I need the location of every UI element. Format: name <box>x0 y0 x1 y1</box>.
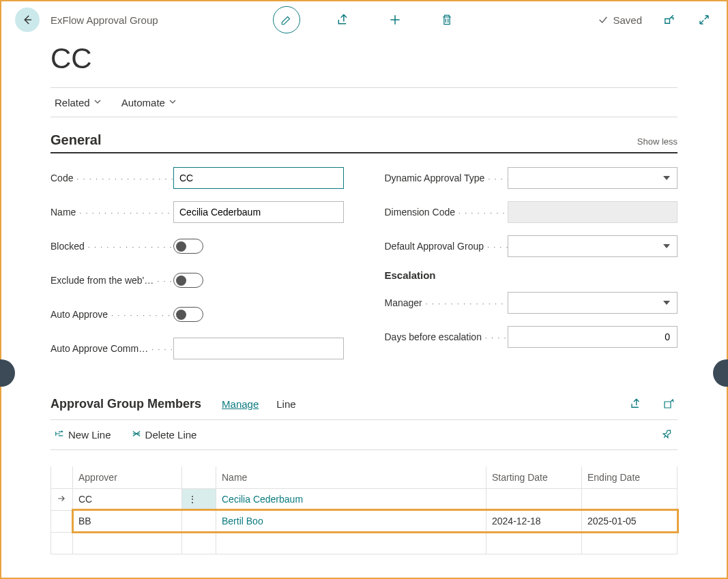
members-table: Approver Name Starting Date Ending Date … <box>50 466 678 554</box>
trash-icon <box>440 13 454 27</box>
members-title: Approval Group Members <box>50 397 201 411</box>
members-popout-button[interactable] <box>660 395 678 413</box>
cell-approver[interactable]: CC <box>73 488 182 510</box>
saved-indicator: Saved <box>598 14 642 26</box>
expand-button[interactable] <box>695 11 713 29</box>
cell-ending-date[interactable]: 2025-01-05 <box>582 510 678 532</box>
col-name[interactable]: Name <box>216 466 486 488</box>
escalation-heading: Escalation <box>385 269 678 281</box>
row-menu[interactable] <box>182 510 216 532</box>
auto-approve-toggle[interactable] <box>173 307 203 322</box>
manager-select[interactable] <box>508 292 678 314</box>
col-dots <box>182 466 216 488</box>
new-line-icon <box>55 429 64 441</box>
popout-icon <box>663 398 675 410</box>
share-icon <box>336 13 350 27</box>
label-auto-approve: Auto Approve <box>50 309 173 320</box>
arrow-right-icon <box>57 494 66 503</box>
code-input[interactable] <box>173 167 344 189</box>
tab-line[interactable]: Line <box>276 398 295 410</box>
label-days-before-escalation: Days before escalation <box>385 331 508 342</box>
label-manager: Manager <box>385 297 508 308</box>
delete-line-button[interactable]: Delete Line <box>132 429 197 441</box>
label-dynamic-approval-type: Dynamic Approval Type <box>385 173 508 183</box>
new-line-button[interactable]: New Line <box>55 429 111 441</box>
tab-manage[interactable]: Manage <box>222 398 259 410</box>
col-approver[interactable]: Approver <box>73 466 182 488</box>
page-type-label: ExFlow Approval Group <box>50 14 158 26</box>
table-row[interactable]: BB Bertil Boo 2024-12-18 2025-01-05 <box>51 510 678 532</box>
col-arrow <box>51 466 73 488</box>
col-ending-date[interactable]: Ending Date <box>582 466 678 488</box>
row-selector[interactable] <box>51 510 73 532</box>
auto-approve-comm-input[interactable] <box>173 338 344 359</box>
dimension-code-input <box>508 201 678 223</box>
check-icon <box>598 14 609 25</box>
arrow-left-icon <box>21 14 33 26</box>
show-less-link[interactable]: Show less <box>637 136 678 147</box>
plus-icon <box>388 13 402 27</box>
chevron-down-icon <box>169 98 176 106</box>
cell-approver[interactable]: BB <box>73 510 182 532</box>
popout-icon <box>663 14 675 26</box>
saved-label: Saved <box>613 14 642 26</box>
pin-icon <box>661 428 673 440</box>
section-general-title: General <box>50 132 101 148</box>
exclude-toggle[interactable] <box>173 273 203 288</box>
popout-button[interactable] <box>660 11 678 29</box>
label-blocked: Blocked <box>50 241 173 252</box>
dynamic-approval-type-select[interactable] <box>508 167 678 189</box>
new-button[interactable] <box>386 11 404 29</box>
label-default-approval-group: Default Approval Group <box>385 241 508 252</box>
blocked-toggle[interactable] <box>173 239 203 254</box>
table-row[interactable] <box>51 532 678 554</box>
back-button[interactable] <box>15 8 40 32</box>
toolbar-automate[interactable]: Automate <box>121 97 176 108</box>
toolbar-related[interactable]: Related <box>55 97 101 108</box>
page-title: CC <box>50 42 678 75</box>
delete-button[interactable] <box>438 11 456 29</box>
row-selector[interactable] <box>51 488 73 510</box>
delete-line-icon <box>132 429 141 441</box>
toolbar: Related Automate <box>50 87 678 117</box>
row-menu[interactable]: ⋮ <box>182 488 216 510</box>
cell-starting-date[interactable] <box>486 488 582 510</box>
pencil-icon <box>280 14 293 26</box>
expand-icon <box>698 14 710 26</box>
table-row[interactable]: CC ⋮ Cecilia Cederbaum <box>51 488 678 510</box>
cell-name[interactable]: Bertil Boo <box>216 510 486 532</box>
share-button[interactable] <box>334 11 352 29</box>
label-code: Code <box>50 173 173 183</box>
pin-button[interactable] <box>661 428 673 442</box>
cell-starting-date[interactable]: 2024-12-18 <box>486 510 582 532</box>
chevron-down-icon <box>94 98 101 106</box>
name-input[interactable] <box>173 201 344 223</box>
share-icon <box>630 398 642 410</box>
label-name: Name <box>50 207 173 218</box>
days-before-escalation-input[interactable] <box>508 326 678 348</box>
label-auto-approve-comm: Auto Approve Comm… <box>50 343 173 354</box>
col-starting-date[interactable]: Starting Date <box>486 466 582 488</box>
cell-ending-date[interactable] <box>582 488 678 510</box>
label-dimension-code: Dimension Code <box>385 207 508 218</box>
cell-name[interactable]: Cecilia Cederbaum <box>216 488 486 510</box>
edit-button[interactable] <box>273 6 300 33</box>
members-share-button[interactable] <box>627 395 645 413</box>
default-approval-group-select[interactable] <box>508 235 678 257</box>
label-exclude: Exclude from the web'… <box>50 275 173 286</box>
